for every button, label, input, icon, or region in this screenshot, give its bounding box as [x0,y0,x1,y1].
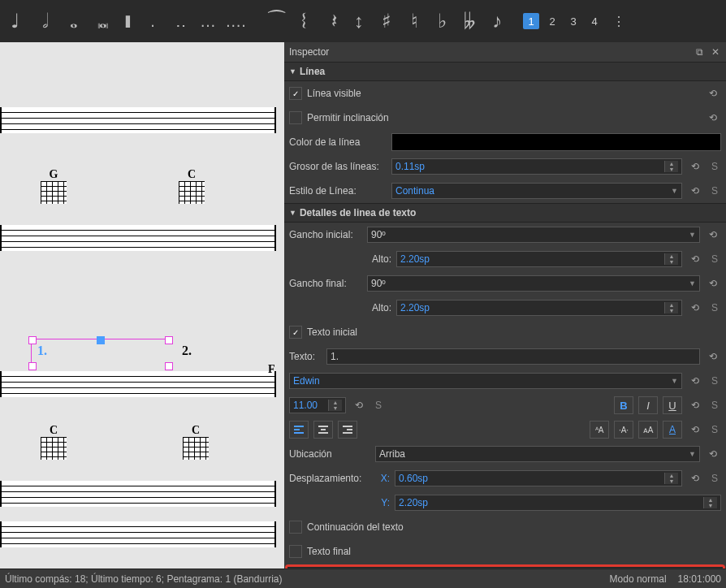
voice-2-button[interactable]: 2 [544,13,560,29]
reset-button[interactable]: ⟲ [687,158,703,175]
score-canvas[interactable]: G C 1. 2. F C C [0,42,284,569]
tie-icon[interactable]: ⁀ [265,10,287,32]
text-style-normal-button[interactable]: ·A· [614,421,633,439]
status-selection-info: Último compás: 18; Último tiempo: 6; Pen… [5,573,282,585]
reset-button[interactable]: ⟲ [687,470,703,486]
begin-hook-dropdown[interactable]: 90º ▼ [367,227,700,243]
set-style-button[interactable]: S [708,253,721,265]
font-size-input[interactable]: 11.00 ▲▼ [289,397,346,413]
chord-symbol[interactable]: G [50,168,58,181]
end-hook-height-input[interactable]: 2.20sp ▲▼ [396,300,682,316]
reset-button[interactable]: ⟲ [687,373,703,389]
reset-button[interactable]: ⟲ [687,183,703,199]
reset-button[interactable]: ⟲ [351,397,367,413]
fretboard-diagram[interactable] [183,437,209,460]
fretboard-diagram[interactable] [41,181,67,204]
text-style-under-button[interactable]: A [663,421,682,439]
end-hook-label: Gancho final: [289,278,362,289]
whole-note-icon[interactable]: 𝅝 [58,10,81,32]
breve-note-icon[interactable]: 𝅜 [86,10,109,32]
half-note-icon[interactable]: 𝅗𝅥 [31,10,54,32]
close-icon[interactable]: ✕ [710,46,721,58]
font-family-dropdown[interactable]: Edwin ▼ [289,373,682,389]
set-style-button[interactable]: S [708,375,721,387]
triple-dot-icon[interactable]: … [197,10,219,32]
begin-hook-height-input[interactable]: 2.20sp ▲▼ [396,251,682,267]
align-left-button[interactable] [289,421,309,439]
volta-1-bracket[interactable] [31,339,170,367]
rest-icon[interactable]: 𝄽 [320,10,343,32]
chord-symbol[interactable]: C [192,424,200,437]
quad-dot-icon[interactable]: …. [224,10,247,32]
voice-1-button[interactable]: 1 [523,13,539,29]
set-style-button[interactable]: S [708,185,721,197]
align-right-button[interactable] [338,421,357,439]
inspector-panel: Inspector ⧉ ✕ ▼ Línea Línea visible ⟲ Pe… [284,42,726,569]
offset-y-input[interactable]: 2.20sp ▲▼ [395,495,721,511]
fretboard-diagram[interactable] [179,181,205,204]
reset-button[interactable]: ⟲ [705,85,721,102]
line-thickness-input[interactable]: 0.11sp ▲▼ [391,158,682,175]
offset-x-input[interactable]: 0.60sp ▲▼ [395,470,682,486]
offset-x-label: X: [375,473,390,484]
allow-diagonal-checkbox[interactable] [289,111,302,124]
volta-2-text[interactable]: 2. [182,344,192,358]
double-flat-icon[interactable]: 𝄫 [458,10,481,32]
set-style-button[interactable]: S [372,400,385,411]
reset-button[interactable]: ⟲ [687,300,703,316]
dot-icon[interactable]: . [141,10,164,32]
set-style-button[interactable]: S [708,400,721,411]
continue-text-checkbox[interactable] [289,521,302,534]
chord-symbol[interactable]: C [50,424,58,437]
line-color-swatch[interactable] [391,133,721,151]
line-style-dropdown[interactable]: Continua ▼ [391,183,682,199]
visible-checkbox[interactable] [289,87,302,100]
chord-symbol[interactable]: C [188,168,196,181]
align-center-button[interactable] [313,421,333,439]
set-style-button[interactable]: S [708,424,721,435]
reset-button[interactable]: ⟲ [705,110,721,126]
natural-icon[interactable]: ♮ [403,10,426,32]
voice-4-button[interactable]: 4 [586,13,603,29]
flat-icon[interactable]: ♭ [430,10,453,32]
set-style-button[interactable]: S [708,302,721,313]
continue-text-label: Continuación del texto [307,521,404,533]
end-text-checkbox[interactable] [289,545,302,558]
section-header-line[interactable]: ▼ Línea [284,62,726,81]
longa-note-icon[interactable]: 𝅛 [114,10,136,32]
italic-button[interactable]: I [638,396,658,414]
more-icon[interactable]: ⋮ [607,10,630,32]
reset-button[interactable]: ⟲ [705,348,721,365]
reset-button[interactable]: ⟲ [687,251,703,267]
double-dot-icon[interactable]: ‥ [169,10,192,32]
section-header-textline[interactable]: ▼ Detalles de linea de texto [284,203,726,223]
placement-dropdown[interactable]: Arriba ▼ [375,446,700,462]
end-hook-height-label: Alto: [367,302,391,313]
end-hook-dropdown[interactable]: 90º ▼ [367,275,700,292]
set-style-button[interactable]: S [708,161,721,172]
chord-symbol[interactable]: F [268,363,275,376]
volta-1-text[interactable]: 1. [37,344,47,358]
text-style-small-button[interactable]: ᴬA [590,421,609,439]
underline-button[interactable]: U [663,396,682,414]
text-style-sub-button[interactable]: ᴀA [638,421,658,439]
reset-button[interactable]: ⟲ [705,446,721,462]
reset-button[interactable]: ⟲ [705,227,721,243]
slur-icon[interactable]: 𝄔 [292,10,315,32]
quarter-note-icon[interactable]: ♩ [3,10,26,32]
grace-note-icon[interactable]: ♪ [486,10,508,32]
flip-stem-icon[interactable]: ↕ [348,10,370,32]
placement-label: Ubicación [289,448,370,460]
begin-text-checkbox[interactable] [289,326,302,339]
reset-button[interactable]: ⟲ [705,275,721,292]
sharp-icon[interactable]: ♯ [375,10,398,32]
bold-button[interactable]: B [614,396,633,414]
allow-diagonal-label: Permitir inclinación [307,112,389,123]
begin-text-input[interactable]: 1. [326,348,700,365]
popout-icon[interactable]: ⧉ [694,46,705,58]
voice-3-button[interactable]: 3 [565,13,581,29]
set-style-button[interactable]: S [708,473,721,484]
reset-button[interactable]: ⟲ [687,397,703,413]
reset-button[interactable]: ⟲ [687,422,703,438]
fretboard-diagram[interactable] [41,437,67,460]
